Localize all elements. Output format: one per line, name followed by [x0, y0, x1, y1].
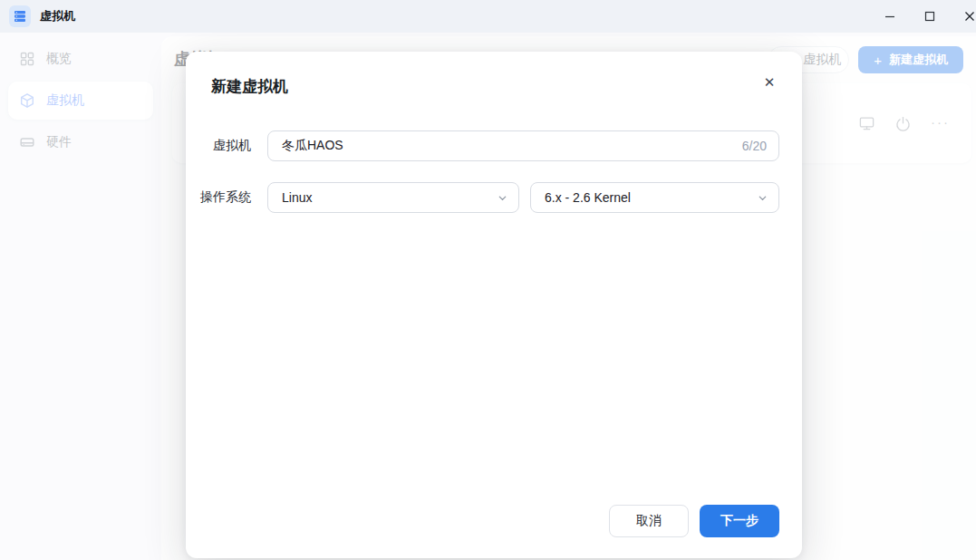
os-label: 操作系统 — [200, 189, 251, 206]
close-icon — [963, 10, 976, 23]
close-window-button[interactable] — [950, 0, 976, 33]
titlebar: 虚拟机 — [0, 0, 976, 33]
app-window: 虚拟机 概览 — [0, 0, 976, 560]
os-kernel-value: 6.x - 2.6 Kernel — [545, 190, 631, 205]
vm-name-input[interactable] — [267, 130, 779, 161]
dialog-title: 新建虚拟机 — [211, 76, 288, 97]
chevron-down-icon — [498, 193, 507, 203]
os-row: 操作系统 Linux 6.x - 2.6 Kernel — [200, 182, 779, 213]
window-title: 虚拟机 — [40, 8, 75, 24]
minimize-button[interactable] — [870, 0, 910, 33]
minimize-icon — [884, 10, 896, 23]
char-counter: 6/20 — [742, 139, 767, 153]
os-kernel-select[interactable]: 6.x - 2.6 Kernel — [530, 182, 779, 213]
maximize-icon — [923, 10, 936, 23]
server-stack-icon — [13, 9, 27, 24]
vm-name-row: 虚拟机 6/20 — [200, 130, 779, 161]
cancel-button[interactable]: 取消 — [609, 505, 689, 537]
dialog-footer: 取消 下一步 — [609, 505, 779, 537]
app-logo — [9, 5, 31, 27]
os-type-value: Linux — [282, 190, 312, 205]
next-button[interactable]: 下一步 — [700, 505, 779, 537]
vm-name-input-wrap: 6/20 — [267, 130, 779, 161]
chevron-down-icon — [758, 193, 768, 203]
vm-name-label: 虚拟机 — [200, 138, 251, 154]
new-vm-form: 虚拟机 6/20 操作系统 Linux 6.x - 2.6 Kernel — [200, 130, 779, 234]
window-controls — [870, 0, 976, 33]
os-type-select[interactable]: Linux — [267, 182, 519, 213]
maximize-button[interactable] — [910, 0, 950, 33]
dialog-close-icon[interactable]: ✕ — [760, 73, 778, 92]
new-vm-dialog: 新建虚拟机 ✕ 虚拟机 6/20 操作系统 Linux 6.x — [186, 52, 802, 558]
